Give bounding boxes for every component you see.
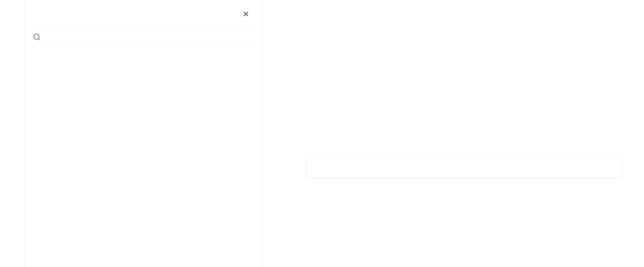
- datasources-panel-header: [25, 0, 262, 28]
- sidebar-icon-rail: [0, 0, 25, 267]
- datasources-panel: [25, 0, 262, 267]
- table-search-row: [25, 28, 262, 46]
- search-icon: [33, 33, 41, 41]
- add-cell-bar: [306, 158, 622, 177]
- notebook-main: [262, 0, 644, 267]
- search-input[interactable]: [46, 33, 254, 41]
- close-panel-button[interactable]: [241, 9, 251, 19]
- close-icon: [242, 10, 250, 18]
